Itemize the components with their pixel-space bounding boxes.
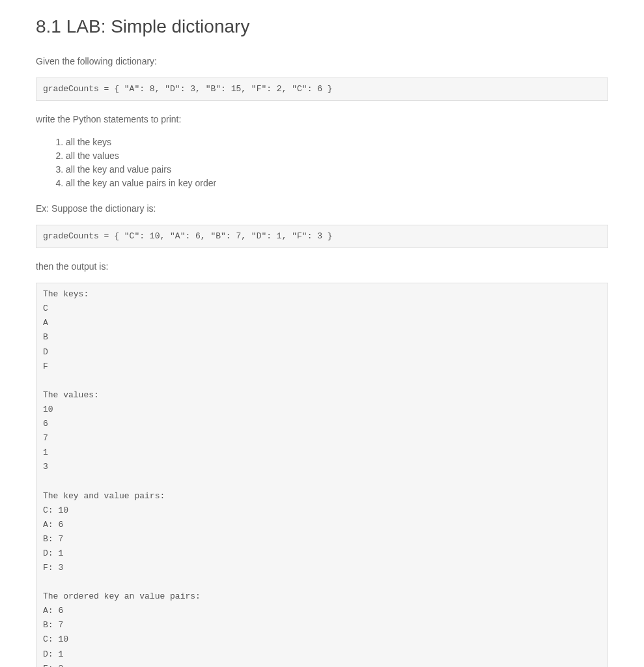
code-block-expected-output: The keys: C A B D F The values: 10 6 7 1…: [36, 283, 608, 667]
example-intro-text: Ex: Suppose the dictionary is:: [36, 202, 608, 216]
task-list: all the keys all the values all the key …: [66, 135, 608, 190]
list-item: all the values: [66, 149, 608, 163]
instructions-text: write the Python statements to print:: [36, 113, 608, 126]
output-intro-text: then the output is:: [36, 260, 608, 274]
list-item: all the key and value pairs: [66, 163, 608, 177]
code-block-given-dictionary: gradeCounts = { "A": 8, "D": 3, "B": 15,…: [36, 78, 608, 101]
page-heading: 8.1 LAB: Simple dictionary: [36, 13, 608, 40]
code-block-example-dictionary: gradeCounts = { "C": 10, "A": 6, "B": 7,…: [36, 225, 608, 248]
list-item: all the key an value pairs in key order: [66, 177, 608, 190]
list-item: all the keys: [66, 135, 608, 149]
intro-text: Given the following dictionary:: [36, 55, 608, 68]
